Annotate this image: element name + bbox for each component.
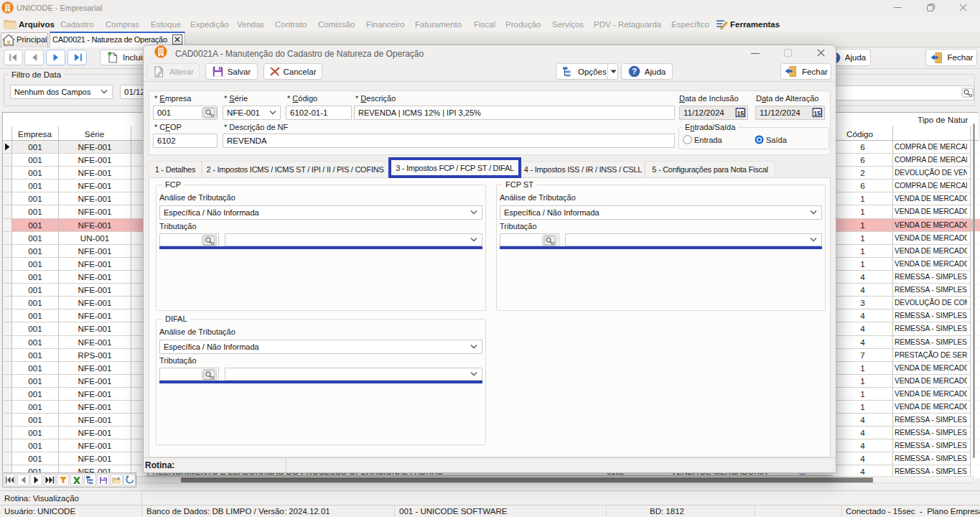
- svg-text:15: 15: [737, 110, 744, 117]
- svg-text:?: ?: [632, 67, 637, 75]
- svg-text:15: 15: [813, 110, 821, 117]
